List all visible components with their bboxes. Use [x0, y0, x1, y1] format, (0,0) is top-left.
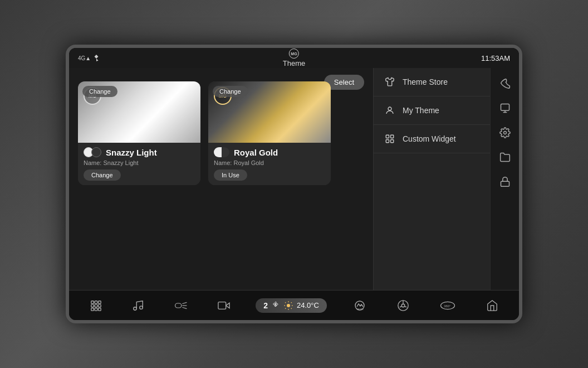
- svg-rect-10: [99, 301, 101, 303]
- svg-rect-4: [391, 140, 394, 143]
- sidebar-folder-icon[interactable]: [494, 146, 516, 168]
- svg-line-30: [285, 302, 286, 303]
- in-use-button[interactable]: In Use: [214, 170, 247, 181]
- status-bar: 4G▲ MG Theme 11:53AM: [69, 48, 519, 68]
- royal-indicator: Royal Gold: [214, 147, 325, 157]
- signal-icon: 4G▲: [78, 55, 91, 61]
- svg-rect-11: [91, 304, 94, 307]
- snazzy-light-name: Snazzy Light: [106, 148, 157, 157]
- svg-point-6: [503, 132, 506, 134]
- drive-mode-icon: MODE: [352, 299, 367, 312]
- svg-rect-5: [501, 104, 509, 111]
- svg-rect-16: [99, 308, 101, 311]
- svg-rect-8: [91, 301, 94, 303]
- time-display: 11:53AM: [481, 54, 510, 62]
- svg-rect-9: [95, 301, 97, 303]
- svg-point-37: [401, 304, 405, 307]
- svg-rect-14: [91, 308, 94, 311]
- menu-item-custom-widget[interactable]: Custom Widget: [374, 125, 490, 153]
- home-button[interactable]: [482, 297, 503, 314]
- camera-button[interactable]: [213, 297, 234, 314]
- right-menu: Theme Store My Theme: [373, 68, 490, 290]
- infotainment-screen: 4G▲ MG Theme 11:53AM Select Change: [66, 45, 522, 323]
- sidebar-media-icon[interactable]: [494, 97, 516, 119]
- svg-text:MODE: MODE: [357, 308, 364, 311]
- svg-line-21: [182, 302, 187, 303]
- icon-sidebar: [490, 68, 519, 290]
- screen-title: Theme: [283, 59, 305, 67]
- my-theme-icon: [384, 104, 396, 117]
- music-button[interactable]: [128, 297, 149, 314]
- drive-mode-button[interactable]: MODE: [348, 297, 371, 314]
- camera-360-button[interactable]: 360°: [435, 297, 460, 314]
- status-bar-center: MG Theme: [283, 49, 305, 67]
- sun-icon: [283, 301, 293, 311]
- main-content: Select Change MG Snazzy Lig: [69, 68, 519, 290]
- half-right: [222, 147, 229, 157]
- change-snazzy-bottom-button[interactable]: Change: [84, 170, 121, 181]
- status-icons: 11:53AM: [481, 54, 510, 62]
- cards-grid: Change MG Snazzy Light Name: Snazzy Lig: [78, 81, 364, 185]
- svg-rect-19: [175, 303, 182, 308]
- snazzy-indicator: Snazzy Light: [84, 147, 195, 157]
- svg-rect-2: [391, 135, 394, 138]
- mg-logo: MG: [289, 49, 299, 59]
- snazzy-light-info: Snazzy Light Name: Snazzy Light Change: [78, 143, 200, 185]
- svg-line-22: [182, 307, 187, 308]
- theme-card-royal-gold: Change MG Royal Gold Name: Royal Gold: [208, 81, 331, 185]
- menu-item-my-theme[interactable]: My Theme: [374, 96, 490, 125]
- circle-dark: [91, 147, 101, 157]
- temperature-display: 24.0°C: [297, 301, 319, 309]
- svg-rect-7: [501, 181, 509, 186]
- svg-line-39: [400, 306, 402, 307]
- change-snazzy-light-button[interactable]: Change: [82, 86, 117, 97]
- steering-button[interactable]: [393, 297, 414, 314]
- svg-point-0: [388, 107, 391, 110]
- custom-widget-label: Custom Widget: [403, 134, 456, 143]
- svg-point-18: [140, 306, 143, 309]
- svg-line-31: [291, 308, 292, 308]
- menu-item-theme-store[interactable]: Theme Store: [374, 68, 490, 96]
- svg-line-32: [291, 302, 292, 303]
- svg-rect-23: [218, 302, 226, 309]
- theme-store-label: Theme Store: [403, 78, 448, 86]
- royal-gold-name: Royal Gold: [234, 148, 278, 157]
- svg-text:360°: 360°: [444, 304, 450, 308]
- svg-point-25: [287, 304, 290, 307]
- half-left: [214, 147, 222, 157]
- theme-store-icon: [384, 76, 396, 88]
- fan-icon: [271, 301, 280, 310]
- my-theme-label: My Theme: [403, 106, 439, 115]
- fan-speed: 2: [263, 301, 268, 310]
- svg-line-33: [285, 308, 286, 308]
- svg-rect-1: [386, 135, 389, 138]
- svg-rect-13: [99, 304, 101, 307]
- camera-360-icon: 360°: [439, 299, 456, 312]
- royal-gold-meta: Name: Royal Gold: [214, 159, 325, 166]
- bluetooth-icon: [93, 54, 100, 62]
- custom-widget-icon: [384, 133, 396, 145]
- royal-gold-info: Royal Gold Name: Royal Gold In Use: [208, 143, 331, 185]
- theme-card-snazzy-light: Change MG Snazzy Light Name: Snazzy Lig: [78, 81, 200, 185]
- svg-rect-15: [95, 308, 97, 311]
- apps-button[interactable]: [85, 297, 106, 314]
- change-royal-gold-button[interactable]: Change: [213, 86, 248, 97]
- snazzy-light-meta: Name: Snazzy Light: [84, 159, 195, 166]
- sidebar-settings-icon[interactable]: [494, 122, 516, 144]
- bottom-bar: 2 24.0°C MODE: [69, 290, 519, 320]
- svg-point-17: [134, 307, 137, 310]
- svg-point-24: [275, 304, 277, 306]
- sidebar-phone-icon[interactable]: [494, 72, 516, 95]
- svg-rect-3: [386, 140, 389, 143]
- cards-area: Select Change MG Snazzy Lig: [69, 68, 373, 290]
- climate-display[interactable]: 2 24.0°C: [256, 298, 327, 313]
- sidebar-lock-icon[interactable]: [494, 171, 516, 193]
- svg-rect-12: [95, 304, 97, 307]
- headlights-button[interactable]: [170, 297, 192, 314]
- svg-line-40: [404, 306, 406, 307]
- half-circles: [214, 147, 229, 157]
- circles: [84, 147, 101, 157]
